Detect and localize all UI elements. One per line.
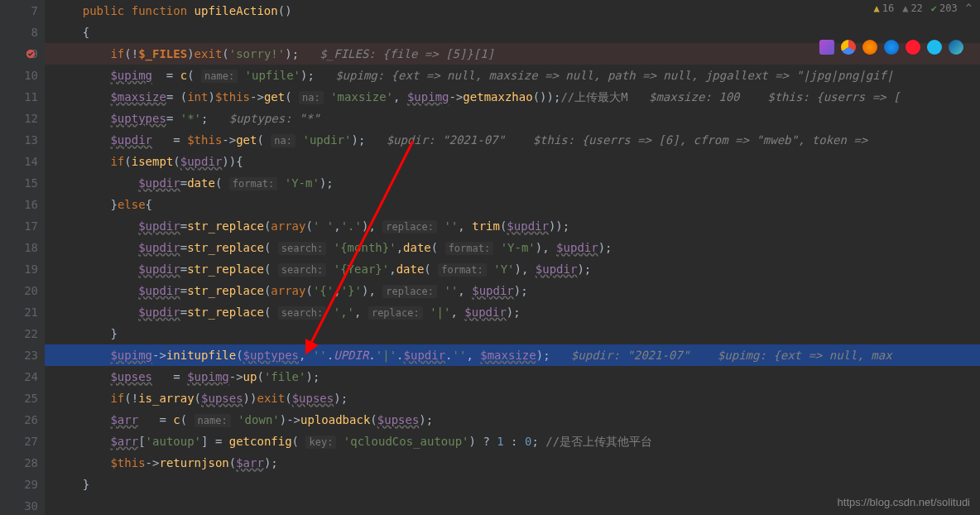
line-number: 18 bbox=[0, 237, 38, 258]
line-number: 23 bbox=[0, 344, 38, 366]
line-number: 29 bbox=[0, 474, 38, 495]
code-content[interactable]: public function upfileAction() { if(!$_F… bbox=[45, 0, 980, 515]
code-line[interactable]: $updir=str_replace(array('{','}'), repla… bbox=[45, 280, 980, 301]
browser-icons-bar[interactable] bbox=[819, 40, 963, 55]
line-number: 20 bbox=[0, 280, 38, 301]
code-line[interactable]: $updir=str_replace( search: '{Year}',dat… bbox=[45, 258, 980, 280]
watermark: https://blog.csdn.net/solitudi bbox=[838, 496, 970, 508]
chrome-icon[interactable] bbox=[841, 40, 856, 55]
line-number: 25 bbox=[0, 387, 38, 409]
weak-warning-icon: ▲ bbox=[902, 2, 908, 14]
line-number: 27 bbox=[0, 431, 38, 452]
code-line[interactable]: $updir=str_replace( search: '{month}',da… bbox=[45, 237, 980, 258]
code-line-highlighted[interactable]: $upimg->initupfile($uptypes, ''.UPDIR.'|… bbox=[45, 344, 980, 366]
typos-count[interactable]: ✔ 203 bbox=[931, 2, 958, 14]
code-line[interactable]: }else{ bbox=[45, 194, 980, 215]
code-line[interactable]: $uptypes= '*'; $uptypes: "*" bbox=[45, 108, 980, 129]
code-line[interactable]: $maxsize= (int)$this->get( na: 'maxsize'… bbox=[45, 86, 980, 108]
code-line[interactable]: $arr = c( name: 'down')->uploadback($ups… bbox=[45, 409, 980, 431]
firefox-icon[interactable] bbox=[862, 40, 877, 55]
line-number: 9 bbox=[0, 43, 38, 65]
line-number: 16 bbox=[0, 194, 38, 215]
gutter: 7 8 9 10 11 12 13 14 15 16 17 18 19 20 2… bbox=[0, 0, 45, 515]
line-number: 26 bbox=[0, 409, 38, 431]
line-number: 12 bbox=[0, 108, 38, 129]
code-line[interactable]: public function upfileAction() bbox=[45, 0, 980, 22]
line-number: 24 bbox=[0, 366, 38, 387]
code-line[interactable]: $updir=str_replace(array(' ','.'), repla… bbox=[45, 215, 980, 237]
code-line[interactable]: } bbox=[45, 474, 980, 495]
code-line[interactable]: $this->returnjson($arr); bbox=[45, 452, 980, 474]
line-number: 30 bbox=[0, 495, 38, 515]
line-number: 17 bbox=[0, 215, 38, 237]
line-number: 28 bbox=[0, 452, 38, 474]
code-line[interactable]: $arr['autoup'] = getconfig( key: 'qcloud… bbox=[45, 431, 980, 452]
code-line[interactable]: $upimg = c( name: 'upfile'); $upimg: {ex… bbox=[45, 65, 980, 86]
line-number: 10 bbox=[0, 65, 38, 86]
breakpoint-icon[interactable] bbox=[25, 48, 36, 60]
line-number: 19 bbox=[0, 258, 38, 280]
safari-icon[interactable] bbox=[884, 40, 899, 55]
code-line[interactable]: $upses = $upimg->up('file'); bbox=[45, 366, 980, 387]
warnings-count[interactable]: ▲ 16 bbox=[873, 2, 894, 14]
line-number: 21 bbox=[0, 301, 38, 323]
edge-icon[interactable] bbox=[949, 40, 963, 55]
line-number: 11 bbox=[0, 86, 38, 108]
code-line[interactable]: } bbox=[45, 323, 980, 344]
opera-icon[interactable] bbox=[906, 40, 920, 55]
warning-icon: ▲ bbox=[873, 2, 879, 14]
code-line[interactable]: $updir=str_replace( search: ',', replace… bbox=[45, 301, 980, 323]
line-number: 13 bbox=[0, 129, 38, 151]
line-number: 8 bbox=[0, 22, 38, 43]
weak-warnings-count[interactable]: ▲ 22 bbox=[902, 2, 923, 14]
line-number: 7 bbox=[0, 0, 38, 22]
code-line[interactable]: $updir=date( format: 'Y-m'); bbox=[45, 172, 980, 194]
code-editor[interactable]: 7 8 9 10 11 12 13 14 15 16 17 18 19 20 2… bbox=[0, 0, 980, 515]
code-line[interactable]: $updir = $this->get( na: 'updir'); $updi… bbox=[45, 129, 980, 151]
ie-icon[interactable] bbox=[927, 40, 942, 55]
checkmark-icon: ✔ bbox=[931, 2, 937, 14]
line-number: 22 bbox=[0, 323, 38, 344]
code-line[interactable]: if(!is_array($upses))exit($upses); bbox=[45, 387, 980, 409]
inspections-bar[interactable]: ▲ 16 ▲ 22 ✔ 203 ^ bbox=[873, 2, 972, 14]
code-line[interactable]: if(isempt($updir)){ bbox=[45, 151, 980, 172]
phpstorm-icon[interactable] bbox=[819, 40, 834, 55]
chevron-up-icon[interactable]: ^ bbox=[966, 2, 972, 14]
line-number: 14 bbox=[0, 151, 38, 172]
line-number: 15 bbox=[0, 172, 38, 194]
